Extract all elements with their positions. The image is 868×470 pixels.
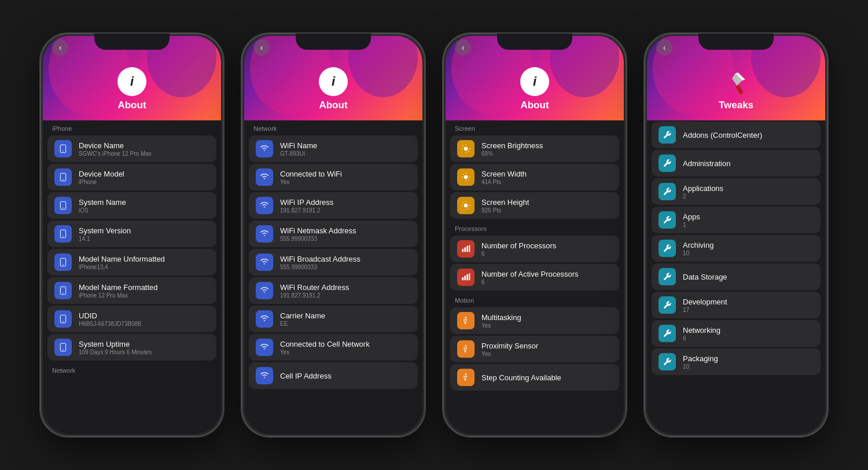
item-title: UDID [79, 311, 209, 320]
item-icon [54, 225, 72, 243]
item-text: Screen Width414 Pts [481, 170, 612, 185]
list-item[interactable]: WiFi Broadcast Address555.99900333 [249, 249, 418, 276]
item-text: Data Storage [683, 273, 814, 281]
list-item[interactable]: Cell IP Address [249, 362, 418, 389]
hero-icon: i [117, 67, 146, 96]
content-area: Addons (ControlCenter) Administration Ap… [647, 120, 825, 434]
item-title: Step Counting Available [481, 373, 612, 382]
item-subtitle: 926 Pts [481, 207, 612, 214]
item-text: Device ModeliPhone [79, 170, 209, 185]
list-item[interactable]: UDIDH6B5J-66738JD73B088 [47, 306, 216, 332]
list-item[interactable]: Screen Height926 Pts [450, 192, 619, 219]
item-text: Addons (ControlCenter) [683, 131, 814, 139]
item-icon [659, 353, 676, 370]
item-icon [457, 240, 475, 258]
list-item[interactable]: Screen Brightness68% [450, 135, 619, 162]
list-item[interactable]: Data Storage [652, 263, 821, 290]
list-item[interactable]: Addons (ControlCenter) [652, 122, 821, 148]
item-text: Model Name FormattediPhone 12 Pro Max [79, 283, 209, 299]
item-title: Model Name Unformatted [79, 255, 209, 263]
list-item[interactable]: Applications2 [652, 178, 821, 205]
item-text: Applications2 [683, 184, 814, 200]
list-item[interactable]: Screen Width414 Pts [450, 164, 619, 190]
phone-4: 16:40 ▪▪▪ ▾ ⚡ ‹ Tweaks Addons (ControlCe… [643, 32, 829, 438]
hero-icon: i [319, 67, 348, 96]
list-item[interactable]: Administration [652, 150, 821, 177]
item-icon [659, 240, 676, 257]
list-item[interactable]: System NameiOS [47, 192, 216, 219]
item-icon [54, 168, 72, 186]
svg-rect-38 [464, 247, 466, 252]
back-button[interactable]: ‹ [253, 39, 270, 56]
item-icon [54, 282, 72, 299]
list-item[interactable]: Model Name UnformattediPhone13,4 [47, 249, 216, 276]
list-item[interactable]: WiFi IP Address191.827.9191.2 [249, 192, 418, 219]
item-text: Number of Active Processors6 [481, 270, 612, 285]
list-item[interactable]: Apps1 [652, 207, 821, 233]
item-icon [457, 340, 475, 358]
phone-1: 16:39 ▪▪▪ ▾ ⚡ ‹iAboutiPhone Device NameS… [39, 32, 225, 438]
item-icon [256, 282, 273, 299]
item-icon [659, 126, 676, 144]
svg-rect-44 [469, 273, 470, 280]
svg-line-26 [463, 174, 464, 175]
list-item[interactable]: Archiving10 [652, 235, 821, 262]
list-item[interactable]: Development17 [652, 292, 821, 318]
list-item[interactable]: System Uptime109 Days 9 Hours 6 Minutes [47, 334, 216, 361]
list-item[interactable]: Packaging10 [652, 348, 821, 375]
item-icon [256, 225, 273, 243]
list-item[interactable]: Step Counting Available [450, 364, 619, 391]
item-subtitle: iPhone [79, 179, 209, 185]
item-text: Screen Brightness68% [481, 141, 612, 157]
item-icon [457, 140, 475, 157]
item-text: System Version14.1 [79, 226, 209, 242]
list-item[interactable]: WiFi NameGT-893UI [249, 135, 418, 162]
item-title: System Uptime [79, 340, 209, 348]
list-item[interactable]: Connected to WiFiYes [249, 164, 418, 190]
item-text: Apps1 [683, 212, 814, 228]
list-item[interactable]: System Version14.1 [47, 221, 216, 247]
item-title: System Version [79, 226, 209, 235]
item-text: System Uptime109 Days 9 Hours 6 Minutes [79, 340, 209, 355]
item-icon [457, 312, 475, 329]
svg-point-16 [464, 147, 468, 151]
phone-screen: 16:40 ▪▪▪ ▾ ⚡ ‹iAboutNetwork WiFi NameGT… [244, 36, 422, 434]
list-item[interactable]: WiFi Netmask Address555.99900333 [249, 221, 418, 247]
svg-line-19 [463, 146, 464, 146]
svg-rect-48 [735, 85, 744, 94]
list-item[interactable]: Connected to Cell NetworkYes [249, 334, 418, 361]
item-title: Addons (ControlCenter) [683, 131, 814, 139]
item-icon [659, 155, 676, 172]
item-text: Device NameSGWC's iPhone 12 Pro Max [79, 141, 209, 157]
item-text: Archiving10 [683, 241, 814, 256]
list-item[interactable]: WiFi Router Address191.827.9191.2 [249, 277, 418, 304]
item-title: Screen Brightness [481, 141, 612, 150]
phone-screen: 16:39 ▪▪▪ ▾ ⚡ ‹iAboutiPhone Device NameS… [43, 36, 221, 434]
item-title: WiFi Broadcast Address [280, 255, 411, 263]
list-item[interactable]: MultitaskingYes [450, 307, 619, 334]
item-icon [54, 310, 72, 328]
item-icon [457, 269, 475, 286]
item-title: Device Model [79, 170, 209, 178]
list-item[interactable]: Number of Active Processors6 [450, 264, 619, 291]
hero-icon: i [520, 67, 549, 96]
item-text: WiFi Broadcast Address555.99900333 [280, 255, 411, 270]
back-button[interactable]: ‹ [455, 39, 471, 56]
item-text: WiFi Router Address191.827.9191.2 [280, 283, 411, 299]
list-item[interactable]: Networking6 [652, 320, 821, 347]
list-item[interactable]: Proximity SensorYes [450, 336, 619, 362]
item-title: Administration [683, 159, 814, 168]
list-item[interactable]: Carrier NameEE [249, 306, 418, 332]
item-icon [256, 168, 273, 186]
back-button[interactable]: ‹ [656, 39, 672, 56]
list-item[interactable]: Number of Processors6 [450, 236, 619, 262]
back-button[interactable]: ‹ [52, 39, 68, 56]
item-text: WiFi IP Address191.827.9191.2 [280, 198, 411, 214]
item-subtitle: 68% [481, 150, 612, 157]
list-item[interactable]: Device NameSGWC's iPhone 12 Pro Max [47, 135, 216, 162]
list-item[interactable]: Model Name FormattediPhone 12 Pro Max [47, 277, 216, 304]
item-text: Connected to WiFiYes [280, 170, 411, 185]
list-item[interactable]: Device ModeliPhone [47, 164, 216, 190]
svg-rect-39 [466, 246, 468, 252]
item-title: Data Storage [683, 273, 814, 281]
